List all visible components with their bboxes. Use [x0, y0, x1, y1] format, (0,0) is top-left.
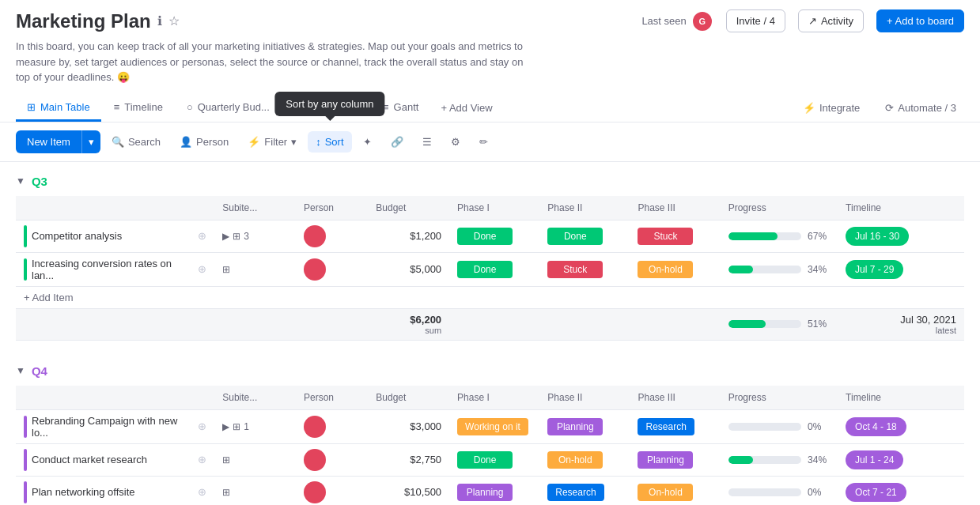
tab-timeline[interactable]: ≡ Timeline [103, 95, 174, 121]
subitem-icon: ⊞ [233, 231, 240, 242]
invite-button[interactable]: Invite / 4 [726, 9, 785, 32]
q4-row1-phase3-cell: Research [630, 409, 720, 443]
q4-row3-color-bar [24, 481, 27, 503]
tab-main-table[interactable]: ⊞ Main Table [16, 95, 101, 122]
q4-row1-actions: ⊕ [198, 420, 206, 432]
table-area: ▼ Q3 Subite... Person Budget Phase I Pha… [0, 162, 980, 506]
q3-row1-actions: ⊕ [198, 230, 206, 242]
tab-gantt-label: Gantt [394, 101, 419, 113]
q4-row2-progress-cell: 34% [721, 443, 838, 476]
q3-col-budget: Budget [368, 196, 449, 220]
tab-quarterly-budget-label: Quarterly Bud... [198, 101, 270, 113]
q4-row1-timeline-cell: Oct 4 - 18 [838, 409, 964, 443]
activity-label: Activity [821, 15, 853, 27]
q4-row2-name: Conduct market research ⊕ [24, 449, 206, 471]
person-button[interactable]: 👤 Person [172, 131, 236, 153]
new-item-label[interactable]: New Item [16, 130, 81, 153]
sort-button[interactable]: ↕ Sort [308, 131, 351, 153]
link-button[interactable]: 🔗 [383, 131, 411, 153]
q4-row1-person-cell [296, 409, 368, 443]
board-description: In this board, you can keep track of all… [0, 32, 554, 92]
add-to-board-button[interactable]: + Add to board [876, 9, 964, 32]
q3-col-phase3: Phase III [630, 196, 720, 220]
q4-row1-color-bar [24, 416, 27, 438]
q4-row3-progress: 0% [728, 487, 830, 498]
q3-row2-progress: 34% [728, 264, 830, 275]
q4-row2-subitem-cell: ⊞ [214, 443, 296, 476]
add-subitem-icon5[interactable]: ⊕ [198, 486, 206, 498]
add-view-button[interactable]: + Add View [431, 96, 501, 120]
q4-col-phase3: Phase III [630, 386, 720, 410]
q3-row1-color-bar [24, 225, 27, 247]
tab-quarterly-budget[interactable]: ○ Quarterly Bud... [176, 95, 281, 121]
info-icon[interactable]: ℹ [157, 13, 162, 28]
search-button[interactable]: 🔍 Search [104, 131, 168, 153]
add-subitem-icon[interactable]: ⊕ [198, 230, 206, 242]
q3-sum-timeline: Jul 30, 2021 [846, 314, 956, 326]
q4-row2-name-cell: Conduct market research ⊕ [16, 443, 214, 476]
tabs: ⊞ Main Table ≡ Timeline ○ Quarterly Bud.… [16, 95, 502, 122]
q3-sum-timeline-cell: Jul 30, 2021 latest [838, 308, 964, 340]
magic-wand-button[interactable]: ✦ [355, 131, 380, 153]
add-subitem-icon3[interactable]: ⊕ [198, 420, 206, 432]
automate-button[interactable]: ⟳ Automate / 3 [877, 97, 964, 119]
person-icon: 👤 [180, 136, 192, 148]
row-height-button[interactable]: ☰ [414, 131, 440, 153]
q3-row1-phase1-badge: Done [457, 228, 513, 245]
q3-row1-subitem-cell: ▶ ⊞ 3 [214, 220, 296, 252]
expand-icon[interactable]: ▶ [222, 231, 229, 242]
avatar-user1: G [691, 10, 713, 32]
q3-row2-name-cell: Increasing conversion rates on lan... ⊕ [16, 252, 214, 286]
q3-row1-avatar [304, 225, 326, 247]
q3-row2-subitem-cell: ⊞ [214, 252, 296, 286]
q4-row3-progress-bar-bg [728, 488, 801, 496]
avatar-stack: G [691, 10, 713, 32]
table-row: Rebranding Campaign with new lo... ⊕ ▶ ⊞… [16, 409, 964, 443]
q3-row1-timeline-cell: Jul 16 - 30 [838, 220, 964, 252]
integrate-label: Integrate [819, 102, 860, 114]
q4-row1-name: Rebranding Campaign with new lo... ⊕ [24, 415, 206, 439]
sort-icon: ↕ [316, 136, 321, 148]
add-subitem-icon2[interactable]: ⊕ [198, 263, 206, 275]
integrate-icon: ⚡ [803, 102, 815, 114]
integrate-button[interactable]: ⚡ Integrate [795, 97, 868, 119]
q3-row2-phase2-cell: Stuck [539, 252, 630, 286]
new-item-button[interactable]: New Item ▾ [16, 130, 100, 153]
star-icon[interactable]: ☆ [168, 13, 180, 28]
q3-row1-phase3-cell: Stuck [630, 220, 720, 252]
q4-row3-phase3-cell: On-hold [630, 476, 720, 505]
q3-sum-empty2 [214, 308, 296, 340]
activity-button[interactable]: ↗ Activity [798, 9, 864, 32]
q3-col-phase2: Phase II [539, 196, 630, 220]
add-item-row-q3[interactable]: + Add Item [16, 286, 964, 308]
q4-row2-phase1-cell: Done [449, 443, 539, 476]
person-label: Person [196, 136, 229, 148]
new-item-dropdown-icon[interactable]: ▾ [81, 130, 100, 153]
group-q4-title: Q4 [32, 364, 47, 378]
q4-row1-progress-bar-bg [728, 423, 801, 431]
q4-row3-avatar [304, 481, 326, 503]
q3-table: Subite... Person Budget Phase I Phase II… [16, 196, 964, 341]
group-q3-title: Q3 [32, 175, 47, 188]
q4-row2-progress-pct: 34% [808, 454, 830, 465]
apps-button[interactable]: ⚙ [443, 131, 468, 153]
filter-button[interactable]: ⚡ Filter ▾ [240, 131, 305, 153]
last-seen-label: Last seen [641, 15, 686, 27]
edit-button[interactable]: ✏ [471, 131, 496, 153]
group-q3-header: ▼ Q3 [16, 170, 964, 193]
group-q4-toggle[interactable]: ▼ [16, 365, 25, 376]
q4-row3-timeline-cell: Oct 7 - 21 [838, 476, 964, 505]
q3-row1-subitem: ▶ ⊞ 3 [222, 231, 288, 242]
expand-icon2[interactable]: ▶ [222, 421, 229, 432]
q4-col-progress: Progress [721, 386, 838, 410]
header-right: Last seen G Invite / 4 ↗ Activity + Add … [641, 9, 964, 32]
q3-row1-timeline-badge: Jul 16 - 30 [846, 227, 909, 246]
q4-row2-phase2-badge: On-hold [547, 451, 603, 469]
q3-sum-progress-pct: 51% [808, 318, 830, 330]
q4-row2-phase3-badge: Planning [638, 451, 693, 469]
add-item-cell-q3[interactable]: + Add Item [16, 286, 964, 308]
group-q3-toggle[interactable]: ▼ [16, 175, 25, 187]
sort-tooltip: Sort by any column [274, 92, 384, 116]
q3-row1-progress-cell: 67% [721, 220, 838, 252]
add-subitem-icon4[interactable]: ⊕ [198, 454, 206, 465]
